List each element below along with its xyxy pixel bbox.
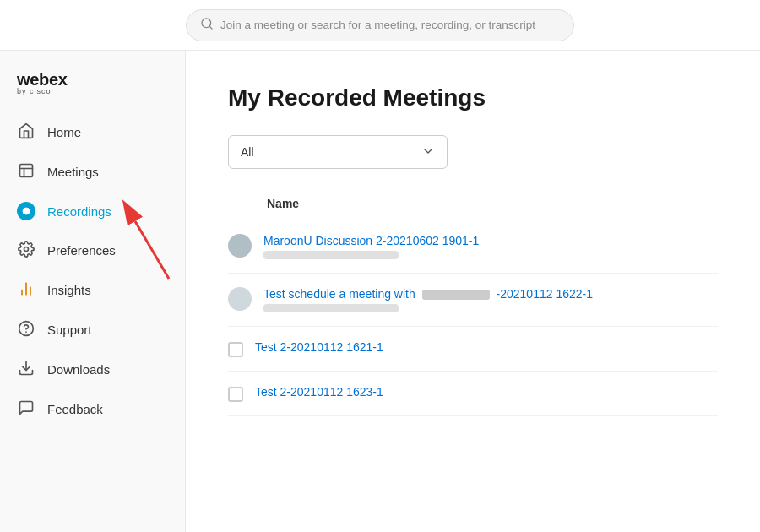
sidebar-label-preferences: Preferences (47, 243, 116, 258)
sidebar-label-insights: Insights (47, 283, 91, 297)
webex-logo: webex by cisco (17, 71, 168, 95)
sidebar-item-support[interactable]: Support (0, 310, 185, 350)
chevron-down-icon (421, 144, 435, 160)
sidebar-item-home[interactable]: Home (0, 112, 185, 152)
recordings-icon (17, 202, 35, 220)
filter-selected: All (241, 145, 254, 159)
sidebar-label-support: Support (47, 323, 92, 337)
sidebar-item-preferences[interactable]: Preferences (0, 231, 185, 270)
meetings-icon (17, 162, 35, 182)
avatar (228, 234, 252, 258)
logo-area: webex by cisco (0, 59, 185, 112)
downloads-icon (17, 360, 35, 379)
sidebar-label-downloads: Downloads (47, 362, 110, 377)
row-checkbox[interactable] (228, 387, 243, 402)
row-checkbox[interactable] (228, 342, 243, 357)
recording-name[interactable]: Test 2-20210112 1623-1 (255, 385, 718, 399)
app-name: webex (17, 71, 168, 88)
table-row: Test schedule a meeting with -20210112 1… (228, 274, 718, 327)
recordings-table: Name MaroonU Discussion 2-20210602 1901-… (228, 196, 718, 416)
sidebar-label-home: Home (47, 125, 81, 139)
filter-dropdown[interactable]: All (228, 135, 448, 169)
preferences-icon (17, 241, 35, 260)
table-row: Test 2-20210112 1621-1 (228, 327, 718, 372)
main-layout: webex by cisco Home Meetings (0, 51, 760, 532)
sidebar-item-feedback[interactable]: Feedback (0, 389, 185, 429)
app-by: by cisco (17, 88, 168, 95)
home-icon (17, 122, 35, 142)
sidebar-item-downloads[interactable]: Downloads (0, 350, 185, 389)
row-info: Test schedule a meeting with -20210112 1… (263, 287, 718, 312)
row-info: Test 2-20210112 1621-1 (255, 340, 718, 357)
table-row: Test 2-20210112 1623-1 (228, 372, 718, 416)
recording-name[interactable]: MaroonU Discussion 2-20210602 1901-1 (263, 234, 718, 247)
search-bar[interactable]: Join a meeting or search for a meeting, … (186, 9, 574, 41)
svg-point-4 (24, 247, 29, 252)
svg-point-3 (23, 208, 30, 214)
row-meta (263, 251, 399, 259)
search-icon (200, 17, 214, 34)
feedback-icon (17, 399, 35, 419)
content-area: My Recorded Meetings All Name MaroonU Di… (186, 51, 760, 532)
sidebar-item-insights[interactable]: Insights (0, 270, 185, 310)
svg-line-1 (209, 26, 212, 29)
row-info: MaroonU Discussion 2-20210602 1901-1 (263, 234, 718, 259)
sidebar-label-meetings: Meetings (47, 165, 99, 179)
svg-rect-2 (20, 165, 33, 177)
column-name-header: Name (228, 197, 299, 210)
recording-name[interactable]: Test schedule a meeting with -20210112 1… (263, 287, 718, 301)
sidebar-item-meetings[interactable]: Meetings (0, 152, 185, 192)
avatar (228, 287, 252, 311)
page-title: My Recorded Meetings (228, 84, 718, 111)
sidebar-label-recordings: Recordings (47, 204, 111, 219)
support-icon (17, 320, 35, 339)
search-placeholder: Join a meeting or search for a meeting, … (220, 19, 535, 31)
sidebar: webex by cisco Home Meetings (0, 51, 186, 532)
row-meta (263, 304, 399, 312)
sidebar-label-feedback: Feedback (47, 402, 103, 416)
table-row: MaroonU Discussion 2-20210602 1901-1 (228, 220, 718, 274)
sidebar-item-recordings[interactable]: Recordings (0, 192, 185, 231)
recording-name[interactable]: Test 2-20210112 1621-1 (255, 340, 718, 354)
top-bar: Join a meeting or search for a meeting, … (0, 0, 760, 51)
table-header: Name (228, 196, 718, 220)
insights-icon (17, 280, 35, 300)
row-info: Test 2-20210112 1623-1 (255, 385, 718, 402)
